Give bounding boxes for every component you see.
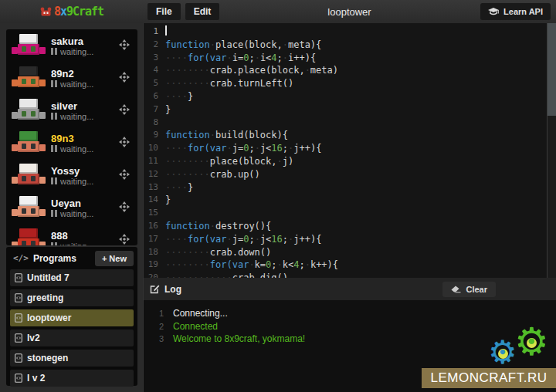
line-number: 20 xyxy=(144,272,165,278)
code-line-6[interactable]: 6····} xyxy=(144,90,556,103)
code-line-11[interactable]: 11········place(block,·j) xyxy=(144,155,556,168)
code-line-3[interactable]: 3····for(var·i=0;·i<4;·i++){ xyxy=(144,52,556,65)
code-line-15[interactable]: 15 xyxy=(144,207,556,220)
move-icon[interactable] xyxy=(119,104,130,115)
editor-scrollbar[interactable] xyxy=(547,23,556,278)
code-line-9[interactable]: 9function·build(block){ xyxy=(144,129,556,142)
line-number: 1 xyxy=(144,25,165,39)
player-name: Ueyan xyxy=(51,198,93,209)
player-row-89n2[interactable]: 89n2waiting... xyxy=(6,62,137,94)
edit-note-icon xyxy=(150,284,160,294)
code-line-text: ····} xyxy=(165,181,193,194)
pause-icon xyxy=(51,113,57,120)
robot-avatar xyxy=(12,194,46,221)
move-icon[interactable] xyxy=(119,169,130,180)
code-line-text: ········crab.up() xyxy=(165,168,260,181)
log-line-number: 3 xyxy=(144,333,173,346)
player-status-text: waiting... xyxy=(60,177,93,186)
line-number: 4 xyxy=(144,64,165,77)
player-name: silver xyxy=(51,100,93,112)
player-row-sakura[interactable]: sakurawaiting... xyxy=(6,29,137,62)
code-line-18[interactable]: 18········crab.down() xyxy=(144,246,556,259)
program-item-untitled-7[interactable]: Untitled 7 xyxy=(10,269,134,286)
code-line-text: ········crab.place(block,·meta) xyxy=(165,64,338,77)
line-number: 8 xyxy=(144,117,165,130)
code-line-8[interactable]: 8 xyxy=(144,117,556,130)
player-name: 89n2 xyxy=(51,68,93,79)
player-status: waiting... xyxy=(51,79,93,89)
code-line-7[interactable]: 7} xyxy=(144,103,556,117)
scrollbar-thumb[interactable] xyxy=(548,23,556,116)
player-status-text: waiting... xyxy=(60,47,93,56)
line-number: 10 xyxy=(144,142,165,155)
program-name: greeting xyxy=(27,292,63,303)
move-icon[interactable] xyxy=(119,39,130,50)
pause-icon xyxy=(51,210,57,217)
graduation-cap-icon xyxy=(488,8,499,16)
move-icon[interactable] xyxy=(119,137,130,147)
player-row-Yossy[interactable]: Yossywaiting... xyxy=(6,159,137,191)
move-icon[interactable] xyxy=(119,234,130,245)
player-row-89n3[interactable]: 89n3waiting... xyxy=(6,127,137,159)
pause-icon xyxy=(51,242,57,245)
pause-icon xyxy=(51,145,57,152)
code-line-16[interactable]: 16function·destroy(){ xyxy=(144,220,556,233)
code-line-text: ········crab.turnLeft() xyxy=(165,77,293,90)
code-line-20[interactable]: 20············crab.dig() xyxy=(144,272,556,278)
code-file-icon xyxy=(15,293,22,302)
log-entry-3: 3Welcome to 8x9craft, yokmama! xyxy=(144,333,556,346)
player-list: sakurawaiting...89n2waiting...silverwait… xyxy=(6,29,137,245)
program-name: Untitled 7 xyxy=(27,272,70,283)
code-line-13[interactable]: 13····} xyxy=(144,181,556,194)
player-status: waiting... xyxy=(51,177,93,186)
line-number: 14 xyxy=(144,194,165,207)
move-icon[interactable] xyxy=(119,72,130,83)
program-item-looptower[interactable]: looptower xyxy=(10,309,134,326)
line-number: 2 xyxy=(144,39,165,52)
new-program-button[interactable]: + New xyxy=(95,251,134,266)
code-line-12[interactable]: 12········crab.up() xyxy=(144,168,556,181)
line-number: 17 xyxy=(144,233,165,246)
code-file-icon xyxy=(15,273,22,282)
code-line-text: ····for(var·i=0;·i<4;·i++){ xyxy=(165,52,316,65)
code-line-1[interactable]: 1 xyxy=(144,25,556,39)
learn-api-button[interactable]: Learn API xyxy=(480,3,551,20)
clear-log-label: Clear xyxy=(466,285,487,294)
log-header: Log Clear xyxy=(144,278,556,300)
code-line-19[interactable]: 19········for(var·k=0;·k<4;·k++){ xyxy=(144,259,556,272)
player-row-Ueyan[interactable]: Ueyanwaiting... xyxy=(6,191,137,224)
program-item-l-v-2[interactable]: l v 2 xyxy=(10,370,134,387)
program-item-greeting[interactable]: greeting xyxy=(10,289,134,306)
line-number: 13 xyxy=(144,181,165,194)
move-icon[interactable] xyxy=(119,201,130,212)
clear-log-button[interactable]: Clear xyxy=(442,282,496,297)
code-line-text: ········crab.down() xyxy=(165,246,271,259)
code-line-10[interactable]: 10····for(var·j=0;·j<16;·j++){ xyxy=(144,142,556,155)
code-line-17[interactable]: 17····for(var·j=0;·j<16;·j++){ xyxy=(144,233,556,246)
log-line-number: 2 xyxy=(144,320,173,333)
program-name: stonegen xyxy=(27,353,68,363)
player-name: 888 xyxy=(51,230,93,242)
code-line-text: function·destroy(){ xyxy=(165,220,271,233)
player-row-silver[interactable]: silverwaiting... xyxy=(6,94,137,127)
watermark-text: LEMONCRAFT.RU xyxy=(430,370,547,386)
program-name: looptower xyxy=(27,313,71,323)
player-row-888[interactable]: 888waiting... xyxy=(6,224,137,245)
code-editor[interactable]: 12function·place(block,·meta){3····for(v… xyxy=(143,23,556,278)
app-window: 8x9Craft FileEdit looptower Learn API sa… xyxy=(0,0,556,392)
player-status: waiting... xyxy=(51,209,93,218)
program-item-lv2[interactable]: lv2 xyxy=(10,329,134,346)
log-message: Welcome to 8x9craft, yokmama! xyxy=(173,333,305,346)
player-name: 89n3 xyxy=(51,133,93,144)
program-item-stonegen[interactable]: stonegen xyxy=(10,350,134,367)
code-line-4[interactable]: 4········crab.place(block,·meta) xyxy=(144,64,556,77)
log-line-number: 1 xyxy=(144,307,173,320)
robot-avatar xyxy=(12,162,46,188)
player-status-text: waiting... xyxy=(60,242,93,246)
program-name: l v 2 xyxy=(27,373,45,384)
log-message: Connecting... xyxy=(173,307,228,320)
code-line-2[interactable]: 2function·place(block,·meta){ xyxy=(144,39,556,52)
code-line-5[interactable]: 5········crab.turnLeft() xyxy=(144,77,556,90)
code-line-14[interactable]: 14} xyxy=(144,194,556,207)
code-line-text: ····for(var·j=0;·j<16;·j++){ xyxy=(165,233,321,246)
